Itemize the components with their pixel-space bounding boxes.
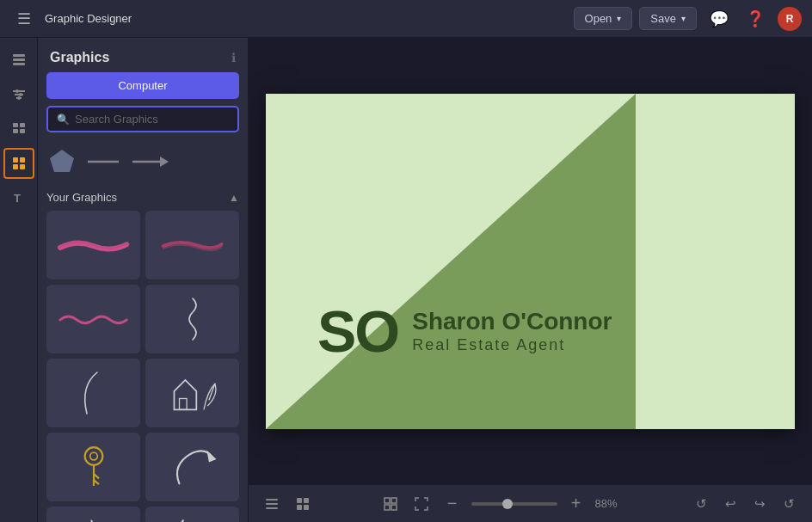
forward-icon[interactable]: ↪ bbox=[747, 491, 772, 517]
svg-rect-34 bbox=[266, 507, 278, 509]
svg-point-25 bbox=[89, 452, 97, 460]
panel-title: Graphics bbox=[50, 50, 109, 65]
sidebar-item-filters[interactable] bbox=[3, 79, 34, 110]
layers-panel-icon[interactable] bbox=[259, 491, 285, 517]
pentagon-shape[interactable] bbox=[48, 148, 76, 179]
graphic-item-5[interactable] bbox=[46, 359, 140, 427]
sidebar-item-text[interactable]: T bbox=[3, 182, 34, 213]
svg-rect-1 bbox=[13, 58, 25, 61]
svg-rect-37 bbox=[297, 505, 302, 510]
undo-icon[interactable]: ↩ bbox=[717, 491, 743, 517]
topbar: ☰ Graphic Designer Open ▾ Save ▾ 💬 ❓ R bbox=[0, 0, 812, 38]
info-icon[interactable]: ℹ bbox=[231, 51, 236, 64]
svg-rect-15 bbox=[13, 164, 18, 169]
avatar[interactable]: R bbox=[778, 7, 802, 31]
svg-rect-42 bbox=[391, 505, 397, 510]
graphics-grid bbox=[46, 211, 239, 522]
search-box: 🔍 bbox=[46, 106, 239, 132]
panel: Graphics ℹ Computer 🔍 bbox=[38, 38, 249, 522]
your-graphics-title: Your Graphics bbox=[46, 191, 117, 204]
save-button[interactable]: Save ▾ bbox=[639, 7, 697, 30]
svg-rect-32 bbox=[266, 499, 278, 501]
svg-marker-18 bbox=[50, 150, 74, 172]
svg-rect-22 bbox=[179, 398, 187, 409]
topbar-right: 💬 ❓ R bbox=[705, 5, 802, 33]
bottom-center: − + 88% bbox=[321, 492, 683, 516]
svg-rect-35 bbox=[297, 498, 302, 503]
grid-view-icon[interactable] bbox=[290, 491, 316, 517]
svg-point-7 bbox=[19, 93, 22, 96]
fullscreen-icon[interactable] bbox=[409, 492, 434, 516]
graphic-item-7[interactable] bbox=[46, 433, 140, 501]
your-graphics-header[interactable]: Your Graphics ▲ bbox=[46, 187, 239, 211]
svg-point-6 bbox=[15, 89, 19, 93]
svg-rect-38 bbox=[304, 505, 309, 510]
svg-rect-39 bbox=[384, 498, 390, 503]
svg-text:T: T bbox=[14, 192, 21, 205]
graphic-item-3[interactable] bbox=[46, 285, 140, 353]
collapse-icon: ▲ bbox=[229, 192, 239, 204]
svg-rect-2 bbox=[13, 63, 25, 65]
svg-marker-21 bbox=[160, 157, 169, 167]
svg-rect-41 bbox=[384, 505, 390, 510]
svg-rect-40 bbox=[391, 498, 397, 503]
canvas-so-text: SO bbox=[317, 302, 398, 360]
zoom-in-button[interactable]: + bbox=[564, 492, 588, 516]
canvas-text: SO Sharon O'Connor Real Estate Agent bbox=[317, 302, 612, 360]
svg-marker-29 bbox=[206, 451, 216, 463]
line-shape-1[interactable] bbox=[86, 153, 120, 174]
canvas-name: Sharon O'Connor bbox=[412, 307, 612, 336]
zoom-slider[interactable] bbox=[471, 502, 557, 506]
graphic-item-10[interactable] bbox=[145, 507, 239, 522]
chevron-down-icon: ▾ bbox=[681, 14, 686, 23]
zoom-percentage: 88% bbox=[595, 497, 626, 510]
refresh-icon[interactable]: ↺ bbox=[688, 491, 714, 517]
graphic-item-4[interactable] bbox=[145, 285, 239, 353]
sidebar-item-grid[interactable] bbox=[3, 114, 34, 144]
app-title: Graphic Designer bbox=[45, 12, 132, 25]
shapes-row bbox=[46, 143, 239, 187]
search-input[interactable] bbox=[75, 113, 229, 126]
help-icon[interactable]: ❓ bbox=[741, 5, 769, 33]
zoom-controls: − + 88% bbox=[378, 492, 626, 516]
bottom-right: ↺ ↩ ↪ ↺ bbox=[688, 491, 802, 517]
svg-rect-13 bbox=[13, 157, 18, 163]
arrow-shape[interactable] bbox=[131, 153, 169, 174]
svg-rect-12 bbox=[20, 129, 25, 133]
sidebar-item-graphics[interactable] bbox=[3, 148, 34, 179]
canvas-name-block: Sharon O'Connor Real Estate Agent bbox=[412, 307, 612, 354]
hamburger-menu[interactable]: ☰ bbox=[10, 5, 38, 33]
svg-rect-36 bbox=[304, 498, 309, 503]
chat-icon[interactable]: 💬 bbox=[705, 5, 733, 33]
main: T Graphics ℹ Computer 🔍 bbox=[0, 38, 812, 522]
panel-body: Computer 🔍 bbox=[38, 72, 248, 522]
svg-rect-11 bbox=[13, 129, 18, 133]
computer-button[interactable]: Computer bbox=[46, 72, 239, 99]
fit-screen-icon[interactable] bbox=[378, 492, 403, 516]
svg-rect-14 bbox=[20, 157, 25, 163]
topbar-center: Open ▾ Save ▾ bbox=[574, 7, 697, 30]
graphic-item-1[interactable] bbox=[46, 211, 140, 279]
zoom-out-button[interactable]: − bbox=[440, 492, 464, 516]
graphic-item-6[interactable] bbox=[145, 359, 239, 427]
canvas-card[interactable]: SO Sharon O'Connor Real Estate Agent bbox=[266, 94, 795, 429]
graphic-item-8[interactable] bbox=[145, 433, 239, 501]
graphic-item-2[interactable] bbox=[145, 211, 239, 279]
svg-point-8 bbox=[17, 96, 21, 100]
svg-point-24 bbox=[84, 447, 102, 465]
svg-rect-9 bbox=[13, 123, 18, 127]
canvas-area: SO Sharon O'Connor Real Estate Agent bbox=[249, 38, 812, 522]
bottombar: − + 88% ↺ ↩ ↪ ↺ bbox=[249, 484, 812, 522]
canvas-viewport: SO Sharon O'Connor Real Estate Agent bbox=[249, 38, 812, 484]
canvas-triangle bbox=[266, 94, 636, 429]
panel-header: Graphics ℹ bbox=[38, 38, 248, 72]
open-button[interactable]: Open ▾ bbox=[574, 7, 633, 30]
search-icon: 🔍 bbox=[57, 114, 70, 126]
sidebar-item-layers[interactable] bbox=[3, 45, 34, 76]
svg-rect-0 bbox=[13, 54, 25, 57]
svg-rect-33 bbox=[266, 503, 278, 505]
canvas-subtitle: Real Estate Agent bbox=[412, 336, 612, 354]
graphic-item-9[interactable] bbox=[46, 507, 140, 522]
redo-icon[interactable]: ↺ bbox=[776, 491, 802, 517]
chevron-down-icon: ▾ bbox=[617, 14, 621, 23]
